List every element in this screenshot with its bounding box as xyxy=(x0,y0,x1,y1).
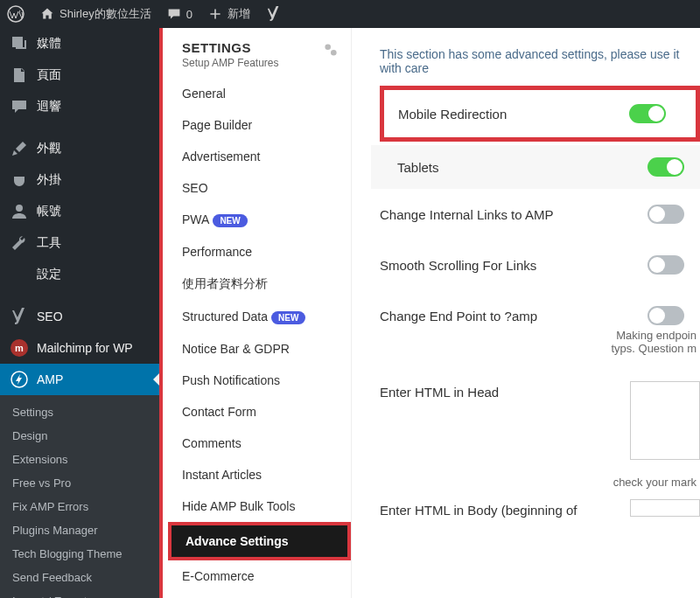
admin-sidebar: 媒體 頁面 迴響 外觀 外掛 帳號 工具 設定 SEO mMailchimp f… xyxy=(0,28,159,598)
nav-analytics[interactable]: 使用者資料分析 xyxy=(168,268,351,301)
nav-noticebar[interactable]: Notice Bar & GDPR xyxy=(168,333,351,365)
amp-sub-import[interactable]: Import / Export xyxy=(0,589,159,598)
internal-links-toggle[interactable] xyxy=(648,205,684,224)
new-badge: NEW xyxy=(213,214,247,227)
add-new-link[interactable]: 新增 xyxy=(208,6,250,22)
comment-icon xyxy=(167,7,181,21)
endpoint-toggle[interactable] xyxy=(648,306,684,325)
amp-sub-freevspro[interactable]: Free vs Pro xyxy=(0,471,159,495)
wp-logo[interactable] xyxy=(7,5,24,23)
sidebar-item-media[interactable]: 媒體 xyxy=(0,28,159,59)
svg-point-3 xyxy=(325,44,331,50)
settings-panel: This section has some advanced settings,… xyxy=(352,28,700,598)
new-badge: NEW xyxy=(271,311,305,324)
gear-icon[interactable] xyxy=(321,40,340,59)
option-endpoint: Change End Point to ?amp xyxy=(380,290,700,329)
smooth-scroll-toggle[interactable] xyxy=(648,255,684,275)
amp-submenu: Settings Design Extensions Free vs Pro F… xyxy=(0,395,159,598)
mobile-redirect-toggle[interactable] xyxy=(629,104,666,123)
sidebar-item-users[interactable]: 帳號 xyxy=(0,196,159,227)
html-body-label: Enter HTML in Body (beginning of xyxy=(380,499,630,518)
media-icon xyxy=(10,35,28,52)
nav-pagebuilder[interactable]: Page Builder xyxy=(168,109,351,141)
nav-translation[interactable]: Translation Panel xyxy=(168,592,351,598)
sidebar-item-comments[interactable]: 迴響 xyxy=(0,91,159,122)
endpoint-label: Change End Point to ?amp xyxy=(380,309,648,323)
nav-contact[interactable]: Contact Form xyxy=(168,396,351,428)
mobile-redirect-label: Mobile Redirection xyxy=(398,107,629,122)
tablets-label: Tablets xyxy=(397,160,648,175)
endpoint-desc: Making endpoin typs. Question m xyxy=(380,329,700,355)
settings-title: SETTINGS xyxy=(182,40,337,55)
wrench-icon xyxy=(10,234,28,252)
amp-sub-theme[interactable]: Tech Blogging Theme xyxy=(0,542,159,566)
smooth-scroll-label: Smooth Scrolling For Links xyxy=(380,258,648,273)
amp-sub-plugins[interactable]: Plugins Manager xyxy=(0,518,159,542)
plug-icon xyxy=(10,171,28,189)
internal-links-label: Change Internal Links to AMP xyxy=(380,207,648,222)
html-head-textarea[interactable] xyxy=(630,381,700,460)
option-html-head: Enter HTML in Head xyxy=(380,371,700,470)
nav-hidebulk[interactable]: Hide AMP Bulk Tools xyxy=(168,490,351,522)
yoast-icon xyxy=(10,308,28,325)
yoast-link[interactable] xyxy=(266,6,282,22)
amp-sub-extensions[interactable]: Extensions xyxy=(0,448,159,471)
user-icon xyxy=(10,203,28,220)
sidebar-item-amp[interactable]: AMP xyxy=(0,364,159,395)
add-new-label: 新增 xyxy=(228,6,250,22)
nav-general[interactable]: General xyxy=(168,78,351,109)
sidebar-item-tools[interactable]: 工具 xyxy=(0,227,159,259)
settings-nav: SETTINGS Setup AMP Features General Page… xyxy=(168,28,352,598)
amp-sub-fixerrors[interactable]: Fix AMP Errors xyxy=(0,495,159,518)
site-name: Shirley的數位生活 xyxy=(60,6,151,22)
html-head-check: check your mark xyxy=(380,476,700,489)
sidebar-item-seo[interactable]: SEO xyxy=(0,301,159,332)
home-icon xyxy=(40,7,54,21)
comments-link[interactable]: 0 xyxy=(167,7,192,21)
option-tablets: Tablets xyxy=(371,145,700,189)
nav-instant[interactable]: Instant Articles xyxy=(168,459,351,490)
html-head-label: Enter HTML in Head xyxy=(380,381,630,400)
amp-sub-settings[interactable]: Settings xyxy=(0,400,159,424)
yoast-icon xyxy=(266,6,282,22)
sidebar-item-pages[interactable]: 頁面 xyxy=(0,59,159,91)
nav-comments[interactable]: Comments xyxy=(168,428,351,459)
warning-text: This section has some advanced settings,… xyxy=(380,47,700,75)
sidebar-item-settings[interactable]: 設定 xyxy=(0,259,159,290)
option-internal-links: Change Internal Links to AMP xyxy=(380,189,700,240)
page-icon xyxy=(10,66,28,84)
plus-icon xyxy=(208,7,222,21)
nav-push[interactable]: Push Notifications xyxy=(168,365,351,396)
comments-count: 0 xyxy=(186,8,192,21)
sidebar-item-plugins[interactable]: 外掛 xyxy=(0,164,159,196)
nav-pwa[interactable]: PWANEW xyxy=(168,204,351,236)
html-body-textarea[interactable] xyxy=(630,499,700,517)
admin-topbar: Shirley的數位生活 0 新增 xyxy=(0,0,700,28)
amp-sub-design[interactable]: Design xyxy=(0,424,159,448)
nav-advance[interactable]: Advance Settings xyxy=(168,522,351,560)
sliders-icon xyxy=(10,266,28,283)
amp-icon xyxy=(10,371,28,388)
nav-ecommerce[interactable]: E-Commerce xyxy=(168,560,351,592)
sidebar-item-mailchimp[interactable]: mMailchimp for WP xyxy=(0,332,159,364)
nav-advertisement[interactable]: Advertisement xyxy=(168,141,351,172)
settings-subtitle: Setup AMP Features xyxy=(182,57,337,69)
option-mobile-redirect: Mobile Redirection xyxy=(380,86,700,142)
content-area: SETTINGS Setup AMP Features General Page… xyxy=(159,28,700,598)
tablets-toggle[interactable] xyxy=(648,157,684,177)
settings-header: SETTINGS Setup AMP Features xyxy=(168,28,351,78)
nav-performance[interactable]: Performance xyxy=(168,236,351,268)
svg-point-1 xyxy=(16,205,23,212)
comments-icon xyxy=(10,98,28,115)
amp-sub-feedback[interactable]: Send Feedback xyxy=(0,566,159,589)
mailchimp-icon: m xyxy=(10,339,28,357)
accent-strip xyxy=(159,28,168,598)
brush-icon xyxy=(10,140,28,157)
site-name-link[interactable]: Shirley的數位生活 xyxy=(40,6,151,22)
nav-seo[interactable]: SEO xyxy=(168,172,351,204)
svg-point-4 xyxy=(331,50,337,56)
option-smooth-scroll: Smooth Scrolling For Links xyxy=(380,240,700,290)
nav-structured[interactable]: Structured DataNEW xyxy=(168,301,351,333)
sidebar-item-appearance[interactable]: 外觀 xyxy=(0,133,159,164)
option-html-body: Enter HTML in Body (beginning of xyxy=(380,489,700,528)
